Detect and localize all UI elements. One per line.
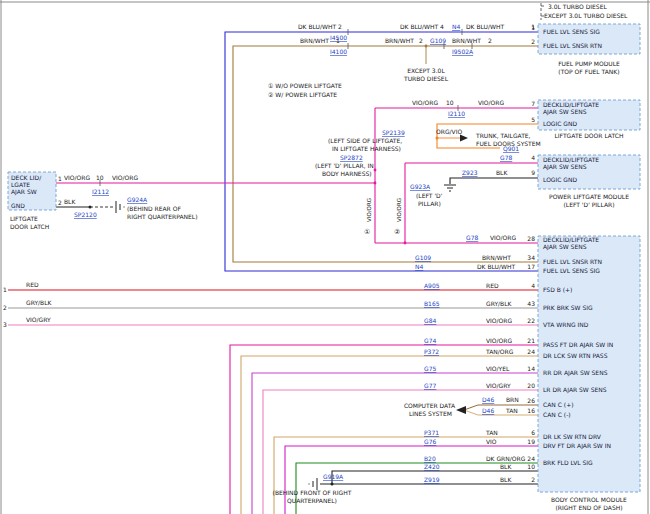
leftlatch-label: LGATE (11, 181, 30, 188)
fuel-row2-label: FUEL LVL SNSR RTN (543, 42, 602, 49)
splice-label-sp2872: SP2872 (340, 154, 363, 161)
wire-label: VIO/ORG (490, 234, 517, 241)
splice-label-sp2120: SP2120 (74, 211, 97, 218)
connector-label-g78: G78 (500, 154, 512, 161)
wire-label: DK BLU/WHT (477, 263, 515, 270)
junction-dot-vbus (404, 242, 407, 245)
note-trunk-system: TRUNK, TAILGATE, (475, 132, 531, 139)
wire-label: DK BLU/WHT (298, 23, 336, 30)
ground-note: (LEFT 'D' (416, 192, 443, 199)
plm-row1-label2: AJAR SW SENS (543, 163, 587, 171)
connector-label-i2112: I2112 (92, 188, 109, 195)
bcm-row-label: DECKLID/LIFTGATE (543, 236, 599, 243)
connector-label-n4: N4 (452, 23, 460, 30)
connector-label: Z919 (424, 476, 440, 483)
connector-label: B20 (424, 455, 436, 462)
connector-label: N4 (415, 263, 423, 270)
connector-label-g109: G109 (430, 37, 446, 44)
diagram-canvas: 1 FUEL LVL SENS SIG 2 FUEL LVL SNSR RTN … (0, 0, 650, 514)
wire-label-vertical: VIO/ORG (396, 198, 402, 222)
connector-label-i4100: I4100 (330, 48, 347, 55)
ground-note: QUARTERPANEL) (287, 497, 337, 504)
pin-number: 17 (527, 263, 535, 270)
ground-symbol-g924a (116, 201, 124, 213)
pin-number: 26 (527, 397, 535, 404)
note-turbo-diesel: 3.0L TURBO DIESEL (548, 3, 607, 10)
junction-dot-gnd (331, 483, 334, 486)
wire-label: VIO/YEL (486, 365, 510, 372)
bcm-row-label: DRV FT DR AJAR SW IN (543, 442, 611, 450)
bcm-row-label: BRK FLD LVL SIG (543, 459, 593, 466)
wire-label: GRY/BLK (26, 299, 53, 306)
bcm-row-label: AJAR SW SENS (543, 243, 587, 251)
wire-number: 4 (440, 23, 444, 30)
pin-number: 4 (531, 154, 535, 161)
connector-label: D46 (482, 407, 494, 414)
pin-number: 24 (527, 455, 535, 462)
plm-title: POWER LIFTGATE MODULE (549, 193, 629, 200)
splice-note: IN LIFTGATE HARNESS) (332, 145, 401, 152)
leftlatch-label: DECK LID/ (11, 174, 42, 181)
config-marker-1: ① (364, 228, 370, 236)
latch-title: LIFTGATE DOOR LATCH (554, 132, 623, 139)
wire-number: 10 (96, 174, 104, 181)
wire-label: BRN/WHT (300, 37, 329, 44)
pin-number: 19 (527, 438, 535, 445)
pin-number: 5 (531, 116, 535, 123)
connector-label: B165 (424, 300, 440, 307)
connector-label: G74 (424, 337, 436, 344)
pin-number: 22 (527, 317, 535, 324)
connector-label: G77 (424, 382, 436, 389)
pin-number: 16 (527, 407, 535, 414)
plm-row1-label: DECKLID/LIFTGATE (543, 156, 599, 163)
wire-label: VIO/ORG (486, 337, 513, 344)
bcm-row-label: FUEL LVL SENS SIG (543, 267, 600, 274)
latch-row1-label2: AJAR SW SENS (543, 108, 587, 116)
splice-note: (LEFT 'D' PILLAR, IN (315, 162, 374, 169)
arrowhead-trunk (460, 135, 468, 142)
splice-label-sp2139: SP2139 (382, 129, 405, 136)
wire-label: TAN (505, 407, 518, 414)
wiring-diagram: 1 FUEL LVL SENS SIG 2 FUEL LVL SNSR RTN … (0, 0, 650, 514)
latch-row1-label: DECKLID/LIFTGATE (543, 101, 599, 108)
stub-number: 2 (3, 304, 7, 311)
pin-number: 21 (527, 337, 535, 344)
pin-number: 24 (527, 348, 535, 355)
wire-label: DK GRN/ORG (486, 455, 526, 462)
pin-number: 7 (531, 100, 535, 107)
pin-number: 14 (527, 365, 535, 372)
fuel-module-subtitle: (TOP OF FUEL TANK) (558, 68, 619, 75)
connector-label-z923: Z923 (462, 169, 478, 176)
wire-number: 2 (419, 37, 423, 44)
bcm-row-label: FSD B (+) (543, 286, 572, 293)
connector-label: G78 (466, 234, 478, 241)
connector-label: P371 (424, 429, 439, 436)
wire-number: 1 (531, 23, 535, 30)
pin-number: 9 (531, 169, 535, 176)
splice-dot-leftlatch (374, 182, 377, 185)
wire-label: ORG/VIO (436, 128, 462, 135)
wire-label-vertical: VIO/ORG (366, 198, 372, 222)
ground-label-g924a: G924A (127, 196, 148, 203)
wire-label: BLK (500, 463, 512, 470)
connector-label: G109 (415, 254, 431, 261)
connector-label: A905 (424, 282, 440, 289)
pin-number: 28 (527, 235, 535, 242)
wire-label: VIO/GRY (26, 316, 51, 323)
wire-number: 1 (336, 37, 340, 44)
wire-label: GRY/BLK (486, 300, 513, 307)
body-control-module-box (538, 236, 640, 492)
bcm-row-label: DR LCK SW RTN PASS (543, 352, 608, 359)
wire-label: DK BLU/WHT (466, 23, 504, 30)
connector-label: G75 (424, 365, 436, 372)
wire-label: RED (26, 281, 39, 288)
bcm-row-label: FUEL LVL SNSR RTN (543, 258, 602, 265)
note-computer-data: COMPUTER DATA (404, 402, 456, 409)
wire-label: VIO/ORG (486, 317, 513, 324)
legend-wo-power-liftgate: ① W/O POWER LIFTGATE (268, 82, 342, 89)
connector-label: D46 (482, 396, 494, 403)
pin-number: 43 (527, 300, 535, 307)
pin-number: 10 (527, 463, 535, 470)
wire-label: VIO/ORG (112, 174, 139, 181)
wire-number: 2 (338, 23, 342, 30)
